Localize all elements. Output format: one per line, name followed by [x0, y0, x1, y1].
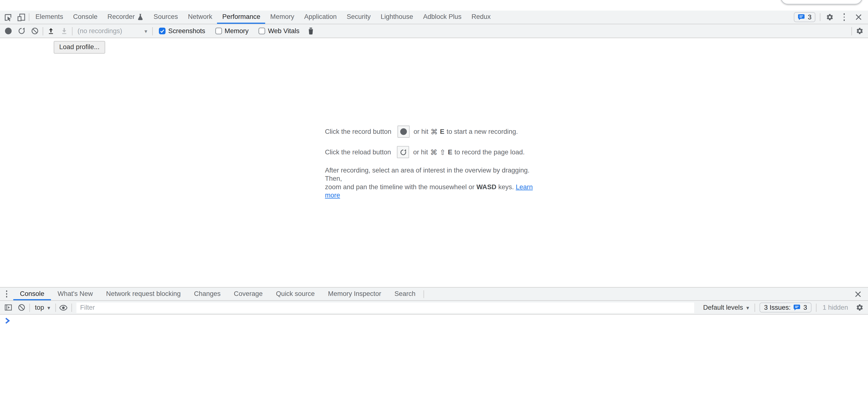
main-tabbar: Elements Console Recorder Sources Networ… [0, 10, 868, 24]
tab-sources[interactable]: Sources [149, 10, 183, 24]
screenshots-checkbox[interactable]: Screenshots [159, 27, 205, 35]
garbage-collect-button[interactable] [304, 27, 318, 35]
performance-panel: Click the record button or hit ⌘ E to st… [0, 38, 868, 287]
save-profile-button[interactable] [58, 27, 71, 35]
capture-settings-button[interactable] [853, 27, 866, 35]
drawer-tab-coverage[interactable]: Coverage [227, 288, 269, 301]
web-vitals-checkbox[interactable]: Web Vitals [259, 27, 300, 35]
inspect-element-button[interactable] [1, 10, 14, 24]
eye-icon [59, 304, 68, 311]
drawer-tab-memory-inspector[interactable]: Memory Inspector [321, 288, 388, 301]
recordings-select[interactable]: (no recordings) ▾ [76, 27, 149, 35]
block-icon [31, 27, 39, 35]
devtools-window: Elements Console Recorder Sources Networ… [0, 0, 868, 406]
checkbox-unchecked-icon [215, 28, 222, 34]
tab-recorder[interactable]: Recorder [102, 10, 149, 24]
tab-security[interactable]: Security [342, 10, 376, 24]
checkbox-checked-icon [159, 28, 165, 34]
tab-performance[interactable]: Performance [217, 10, 265, 24]
vertical-dots-icon [6, 290, 7, 298]
tab-network[interactable]: Network [183, 10, 217, 24]
e-key: E [448, 148, 452, 156]
sidebar-toggle-icon [4, 304, 12, 311]
memory-checkbox[interactable]: Memory [215, 27, 248, 35]
tab-adblock-plus[interactable]: Adblock Plus [418, 10, 466, 24]
command-key: ⌘ [431, 128, 438, 136]
execution-context-select[interactable]: top ▾ [31, 304, 54, 311]
dropdown-arrow-icon: ▾ [48, 304, 50, 310]
more-options-button[interactable] [837, 13, 851, 21]
top-strip [0, 0, 868, 10]
tab-lighthouse[interactable]: Lighthouse [376, 10, 418, 24]
e-key: E [440, 128, 444, 135]
device-toolbar-button[interactable] [14, 10, 28, 24]
close-icon [855, 14, 862, 20]
console-sidebar-toggle-button[interactable] [2, 304, 15, 311]
load-profile-button[interactable] [44, 27, 58, 35]
block-icon [18, 304, 25, 311]
hidden-messages-count: 1 hidden [817, 304, 853, 311]
shift-key: ⇧ [440, 148, 445, 156]
separator [71, 303, 72, 312]
record-icon [5, 28, 11, 34]
drawer-tab-network-request-blocking[interactable]: Network request blocking [99, 288, 187, 301]
settings-button[interactable] [823, 13, 837, 21]
clear-recordings-button[interactable] [28, 27, 42, 35]
separator [851, 27, 852, 35]
reload-icon [400, 148, 407, 156]
drawer-tab-whats-new[interactable]: What's New [51, 288, 99, 301]
close-devtools-button[interactable] [852, 14, 865, 20]
gear-icon [856, 27, 864, 35]
checkbox-unchecked-icon [259, 28, 265, 34]
separator [755, 303, 755, 312]
separator [820, 13, 820, 21]
tabbar-right-controls: 3 [794, 10, 868, 24]
console-settings-button[interactable] [853, 304, 866, 311]
wasd-keys: WASD [476, 183, 496, 191]
landing-instructions: Click the record button or hit ⌘ E to st… [325, 126, 543, 200]
separator [42, 27, 43, 35]
command-key: ⌘ [430, 148, 437, 156]
record-button[interactable] [2, 28, 15, 34]
clear-console-button[interactable] [15, 304, 28, 311]
drawer-menu-button[interactable] [0, 288, 13, 301]
download-arrow-icon [60, 27, 68, 35]
separator [29, 303, 30, 312]
tab-memory[interactable]: Memory [265, 10, 299, 24]
drawer-tab-changes[interactable]: Changes [187, 288, 227, 301]
dropdown-arrow-icon: ▾ [746, 304, 749, 310]
issues-count: 3 [808, 13, 812, 21]
issues-counter-button[interactable]: 3 Issues: 3 [760, 302, 812, 312]
landing-paragraph: After recording, select an area of inter… [325, 166, 543, 200]
reload-icon [18, 27, 25, 35]
issues-bubble-icon [794, 304, 801, 311]
tab-console[interactable]: Console [68, 10, 102, 24]
console-filter-input[interactable] [76, 302, 694, 313]
issues-bubble-icon [798, 14, 805, 20]
vertical-dots-icon [843, 13, 845, 21]
tab-application[interactable]: Application [299, 10, 341, 24]
inline-record-button[interactable] [397, 126, 409, 138]
tab-elements[interactable]: Elements [31, 10, 68, 24]
tab-redux[interactable]: Redux [466, 10, 496, 24]
close-drawer-button[interactable] [851, 291, 865, 297]
drawer-tab-search[interactable]: Search [388, 288, 422, 301]
issues-counter-button[interactable]: 3 [794, 12, 815, 22]
drawer-tab-console[interactable]: Console [13, 288, 51, 301]
console-prompt-chevron-icon [5, 317, 10, 324]
load-profile-tooltip: Load profile... [54, 41, 105, 54]
performance-toolbar: (no recordings) ▾ Screenshots Memory Web… [0, 25, 868, 38]
record-icon [400, 128, 407, 135]
separator [72, 27, 72, 35]
live-expression-button[interactable] [57, 304, 70, 311]
close-icon [855, 291, 861, 297]
trash-icon [308, 27, 315, 35]
inline-reload-button[interactable] [397, 146, 409, 158]
detached-popup-pill[interactable] [781, 0, 862, 4]
record-instruction-line: Click the record button or hit ⌘ E to st… [325, 126, 543, 138]
drawer-right-controls [851, 288, 868, 301]
drawer-tab-quick-source[interactable]: Quick source [269, 288, 321, 301]
record-page-load-button[interactable] [15, 27, 28, 35]
console-messages-area[interactable] [0, 315, 868, 406]
log-levels-select[interactable]: Default levels ▾ [699, 304, 753, 311]
